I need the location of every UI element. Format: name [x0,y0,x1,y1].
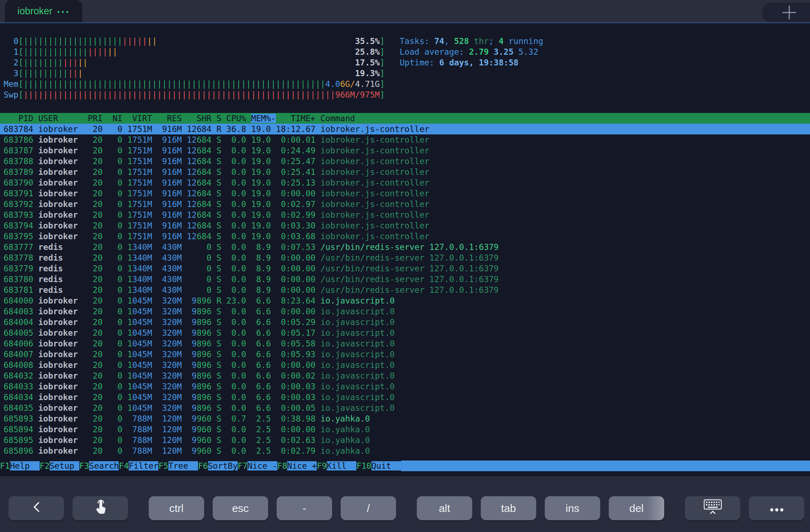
meter-row-1: 1[||||||||||||||||||| 25.8%] [4,46,385,57]
process-row-683779[interactable]: 683779 redis 20 0 1340M 430M 0 S 0.0 8.9… [0,263,810,274]
ins-key[interactable]: ins [545,496,600,520]
ctrl-key[interactable]: ctrl [149,496,204,520]
cell-shr: 9 [192,317,197,327]
cell-pri: 20 [88,285,103,295]
process-row-685896[interactable]: 685896 iobroker 20 0 788M 120M 9960 S 0.… [0,445,810,456]
fn-f4-filter[interactable]: F4Filter [119,460,158,471]
process-row-683778[interactable]: 683778 redis 20 0 1340M 430M 0 S 0.0 8.9… [0,252,810,263]
process-row-683777[interactable]: 683777 redis 20 0 1340M 430M 0 S 0.0 8.9… [0,242,810,252]
new-tab-button[interactable] [762,3,810,23]
cell-time: 0:00.00 [276,360,316,370]
process-row-683788[interactable]: 683788 iobroker 20 0 1751M 916M 12684 S … [0,156,810,167]
fn-f5-tree[interactable]: F5Tree [158,460,198,471]
fn-f7-nice-[interactable]: F7Nice - [238,460,277,471]
slash-key[interactable]: / [341,496,396,520]
cell-state: S [217,285,222,295]
process-row-683787[interactable]: 683787 iobroker 20 0 1751M 916M 12684 S … [0,145,810,156]
cell-res: 320M [162,382,182,391]
process-row-683791[interactable]: 683791 iobroker 20 0 1751M 916M 12684 S … [0,188,810,199]
cell-state: S [217,189,222,198]
process-row-683780[interactable]: 683780 redis 20 0 1340M 430M 0 S 0.0 8.9… [0,274,810,285]
fn-f9-kill[interactable]: F9Kill [317,460,356,471]
process-row-683794[interactable]: 683794 iobroker 20 0 1751M 916M 12684 S … [0,220,810,231]
more-keys-key[interactable] [749,496,804,520]
process-row-684035[interactable]: 684035 iobroker 20 0 1045M 320M 9896 S 0… [0,403,810,413]
cell-res: 916M [162,146,182,155]
process-row-685895[interactable]: 685895 iobroker 20 0 788M 120M 9960 S 0.… [0,435,810,445]
keyboard-toggle-key[interactable] [685,496,740,520]
fn-f1-help[interactable]: F1Help [0,460,40,471]
terminal-htop[interactable]: 0[||||||||||||||||||||||||||| 35.5%] 1[|… [0,23,810,476]
process-row-684008[interactable]: 684008 iobroker 20 0 1045M 320M 9896 S 0… [0,360,810,370]
process-row-685894[interactable]: 685894 iobroker 20 0 788M 120M 9960 S 0.… [0,424,810,435]
esc-key-label: esc [232,502,249,514]
back-key[interactable] [9,496,64,520]
process-row-684000[interactable]: 684000 iobroker 20 0 1045M 320M 9896 R 2… [0,295,810,306]
minus-key[interactable]: - [277,496,332,520]
esc-key[interactable]: esc [213,496,268,520]
cell-time: 0:00.05 [276,403,316,413]
meter-row-mem: Mem[||||||||||||||||||||||||||||||||||||… [4,79,385,89]
process-row-684003[interactable]: 684003 iobroker 20 0 1045M 320M 9896 S 0… [0,306,810,317]
cell-pid: 683777 [4,242,33,252]
del-key[interactable]: del [609,496,664,520]
process-row-684032[interactable]: 684032 iobroker 20 0 1045M 320M 9896 S 0… [0,370,810,381]
table-header-row[interactable]: PID USER PRI NI VIRT RES SHR S CPU% MEM%… [0,113,810,124]
header-sort-column-mem[interactable]: MEM%- [251,114,276,123]
fn-f6-sortby[interactable]: F6SortBy [198,460,238,471]
ellipsis-icon [769,502,785,514]
cell-pid: 683795 [4,232,33,241]
cell-pid: 684034 [4,393,33,402]
alt-key[interactable]: alt [417,496,472,520]
meter-bars-red: ||||| [122,36,147,46]
fn-f10-quit[interactable]: F10Quit [356,460,401,471]
fn-f3-search[interactable]: F3Search [79,460,119,471]
process-row-684006[interactable]: 684006 iobroker 20 0 1045M 320M 9896 S 0… [0,338,810,349]
cell-shr: 12 [187,232,197,241]
cell-mem: 19.0 [251,167,271,177]
cell-command: io.javascript.0 [320,307,395,316]
cell-time: 0:05.58 [276,339,316,348]
process-row-683789[interactable]: 683789 iobroker 20 0 1751M 916M 12684 S … [0,167,810,177]
cell-shr: 896 [197,371,212,380]
tab-key[interactable]: tab [481,496,536,520]
process-row-685893[interactable]: 685893 iobroker 20 0 788M 120M 9960 S 0.… [0,413,810,424]
process-row-684007[interactable]: 684007 iobroker 20 0 1045M 320M 9896 S 0… [0,349,810,360]
process-row-684034[interactable]: 684034 iobroker 20 0 1045M 320M 9896 S 0… [0,392,810,403]
process-row-684004[interactable]: 684004 iobroker 20 0 1045M 320M 9896 S 0… [0,317,810,327]
touch-mode-key[interactable] [73,496,128,520]
summary-line-1: Load average: 2.79 3.25 5.32 [400,46,543,57]
cell-state: S [217,167,222,177]
cell-shr: 12 [187,135,197,144]
cell-virt: 045M [132,393,152,402]
process-row-683792[interactable]: 683792 iobroker 20 0 1751M 916M 12684 S … [0,199,810,210]
cell-virt: 1 [127,253,132,262]
cell-ni: 0 [108,307,123,316]
process-row-683784[interactable]: 683784 iobroker 20 0 1751M 916M 12684 R … [0,124,810,134]
process-row-683781[interactable]: 683781 redis 20 0 1340M 430M 0 S 0.0 8.9… [0,285,810,295]
cell-virt: 1 [127,328,132,338]
fn-f2-setup[interactable]: F2Setup [40,460,79,471]
fn-f8-nice-[interactable]: F8Nice + [277,460,317,471]
process-row-683793[interactable]: 683793 iobroker 20 0 1751M 916M 12684 S … [0,210,810,220]
function-key-bar: F1Help F2Setup F3SearchF4FilterF5Tree F6… [0,460,810,471]
cell-cpu: 23.0 [226,296,246,305]
cell-ni: 0 [108,135,123,144]
cell-virt: 1 [127,371,132,380]
cell-cpu: 0.0 [226,242,246,252]
cell-virt: 045M [132,307,152,316]
cell-shr: 0 [207,285,212,295]
process-row-684005[interactable]: 684005 iobroker 20 0 1045M 320M 9896 S 0… [0,327,810,338]
tab-menu-dots-icon[interactable]: ••• [56,6,70,16]
cell-ni: 0 [108,296,123,305]
fn-key-number: F3 [79,461,89,471]
cell-virt: 340M [132,253,152,262]
process-row-683790[interactable]: 683790 iobroker 20 0 1751M 916M 12684 S … [0,177,810,188]
fn-key-number: F7 [238,461,248,471]
process-row-683786[interactable]: 683786 iobroker 20 0 1751M 916M 12684 S … [0,134,810,145]
process-row-684033[interactable]: 684033 iobroker 20 0 1045M 320M 9896 S 0… [0,381,810,392]
tab-iobroker[interactable]: iobroker ••• [5,0,82,22]
process-row-683795[interactable]: 683795 iobroker 20 0 1751M 916M 12684 S … [0,231,810,242]
cell-mem: 19.0 [251,189,271,198]
cell-cpu: 0.0 [226,232,246,241]
